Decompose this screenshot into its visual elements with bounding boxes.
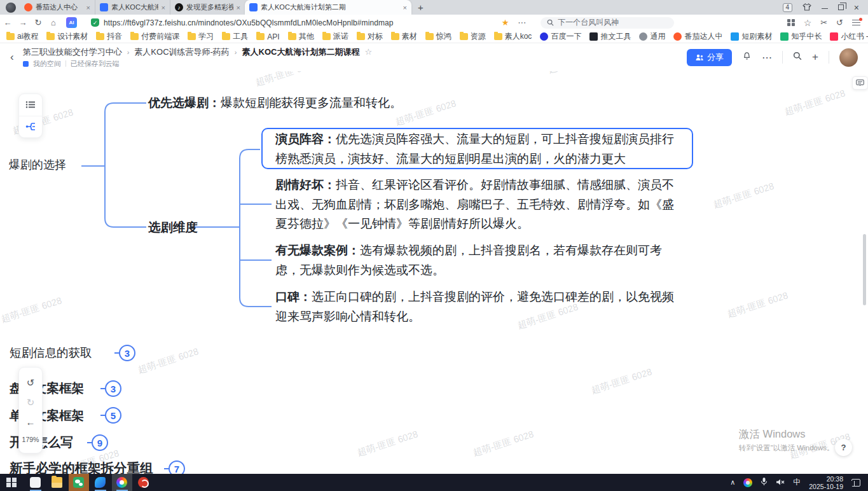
- bookmark-star-icon[interactable]: ★: [502, 18, 509, 27]
- history-undo-icon[interactable]: ↺: [836, 18, 843, 27]
- tray-expand-icon[interactable]: ∧: [730, 478, 735, 487]
- bookmark-item[interactable]: 工具: [222, 31, 248, 42]
- mindmap-child-node[interactable]: 有无爆款案例：选有爆款视频的剧，上抖音搜剧名，若有爆款存在则可考虑，无爆款则作为…: [275, 241, 684, 280]
- tab-count-badge[interactable]: 4: [783, 3, 792, 12]
- doc-search-icon[interactable]: [793, 52, 802, 63]
- bookmark-item[interactable]: 抖音: [96, 31, 122, 42]
- help-button[interactable]: ?: [835, 439, 852, 456]
- create-new-icon[interactable]: +: [812, 51, 818, 64]
- user-avatar[interactable]: [839, 48, 858, 67]
- child-count-badge[interactable]: 5: [105, 407, 121, 424]
- bookmark-item[interactable]: ai教程: [6, 31, 38, 42]
- bookmark-item[interactable]: 对标: [357, 31, 383, 42]
- screenshot-scissors-icon[interactable]: ✂: [820, 18, 827, 27]
- bookmark-item[interactable]: 资源: [460, 31, 486, 42]
- more-options-icon[interactable]: ⋯: [762, 52, 772, 64]
- undo-icon[interactable]: ↺: [27, 377, 35, 389]
- comment-button[interactable]: [852, 76, 868, 90]
- breadcrumb-item[interactable]: 第三职业技能交付学习中心: [23, 46, 122, 58]
- bookmark-item[interactable]: API: [256, 32, 279, 41]
- bookmark-item[interactable]: 惊鸿: [425, 31, 451, 42]
- bookmark-item[interactable]: 小红书 - 你: [830, 31, 868, 42]
- redo-icon[interactable]: ↻: [27, 397, 35, 408]
- browser-profile-avatar[interactable]: [6, 3, 16, 13]
- child-count-badge[interactable]: 3: [119, 345, 135, 361]
- browser-tab[interactable]: 番茄达人中心 ×: [20, 0, 95, 15]
- mindmap-node-dimensions[interactable]: 选剧维度: [148, 219, 198, 236]
- bookmark-item[interactable]: 素材: [391, 31, 417, 42]
- child-count-badge[interactable]: 7: [169, 460, 185, 474]
- favorites-icon[interactable]: ☆: [804, 18, 812, 28]
- home-icon[interactable]: ⌂: [46, 18, 61, 27]
- taskbar-file-explorer[interactable]: [47, 474, 67, 491]
- space-label[interactable]: 我的空间: [33, 59, 61, 69]
- tab-close-icon[interactable]: ×: [162, 4, 165, 11]
- start-button[interactable]: [6, 478, 17, 488]
- apps-grid-icon[interactable]: [787, 19, 795, 27]
- action-center-icon[interactable]: [851, 479, 860, 487]
- back-icon[interactable]: ←: [0, 18, 15, 27]
- bookmark-item[interactable]: 知乎中长: [780, 31, 822, 42]
- locate-back-icon[interactable]: ←: [26, 417, 36, 427]
- bookmark-item[interactable]: 百度一下: [540, 31, 581, 42]
- mindmap-child-node[interactable]: 口碑：选正向口碑的剧，上抖音搜剧的评价，避免选口碑差的剧，以免视频迎来骂声影响心…: [275, 287, 684, 326]
- bookmark-item[interactable]: 通用: [639, 31, 665, 42]
- tab-close-icon[interactable]: ×: [237, 4, 240, 11]
- taskbar-clock[interactable]: 20:38 2025-10-19: [809, 475, 843, 490]
- browser-search-box[interactable]: 下一个台风叫风神: [541, 17, 674, 29]
- bookmark-item[interactable]: 派诺: [322, 31, 348, 42]
- doc-back-icon[interactable]: ‹: [10, 51, 14, 64]
- bookmark-item[interactable]: 短剧素材: [731, 31, 772, 42]
- ime-indicator[interactable]: 中: [793, 477, 801, 488]
- close-button[interactable]: ×: [854, 4, 859, 11]
- child-count-badge[interactable]: 9: [92, 434, 108, 451]
- new-tab-button[interactable]: +: [418, 2, 424, 13]
- mindmap-collapsed-node[interactable]: 新手必学的框架拆分重组: [10, 459, 153, 474]
- theme-skin-icon[interactable]: [803, 2, 811, 13]
- taskbar-pinned-app[interactable]: [25, 474, 46, 491]
- mindmap-root-node[interactable]: 爆剧的选择: [9, 157, 66, 172]
- bookmark-item[interactable]: 素人koc: [494, 31, 532, 42]
- tab-close-icon[interactable]: ×: [403, 4, 407, 11]
- mindmap-collapsed-node[interactable]: 短剧信息的获取: [10, 345, 92, 361]
- bookmark-item[interactable]: 学习: [188, 31, 214, 42]
- mindmap-canvas[interactable]: 超萌-匪匪 6028超萌-匪匪 6028超萌-匪匪 6028超萌-匪匪 6028…: [0, 71, 868, 474]
- share-button[interactable]: 分享: [687, 49, 732, 66]
- child-count-badge[interactable]: 3: [105, 380, 121, 397]
- security-shield-icon[interactable]: ✓: [91, 18, 99, 27]
- microphone-icon[interactable]: [761, 477, 768, 488]
- breadcrumb-item[interactable]: 素人KOC大航海计划第二期课程: [242, 46, 360, 58]
- favorite-star-icon[interactable]: ☆: [364, 47, 372, 57]
- bookmark-item[interactable]: 番茄达人中: [673, 31, 722, 42]
- outline-view-button[interactable]: [19, 94, 42, 116]
- minimize-button[interactable]: [822, 8, 828, 9]
- bookmark-item[interactable]: 推文工具: [589, 31, 631, 42]
- reload-icon[interactable]: ↻: [31, 18, 46, 27]
- menu-icon[interactable]: [852, 20, 860, 25]
- mindmap-view-button[interactable]: [19, 116, 42, 138]
- bookmark-item[interactable]: 其他: [288, 31, 314, 42]
- tab-close-icon[interactable]: ×: [86, 4, 90, 11]
- browser-tab[interactable]: 素人KOC大航海计划第二期 ×: [245, 0, 411, 15]
- browser-tab[interactable]: ♪ 发现更多精彩视频 - 抖音搜索 ×: [170, 0, 245, 15]
- taskbar-feishu[interactable]: [90, 474, 111, 491]
- taskbar-red-app[interactable]: [134, 474, 154, 491]
- mindmap-node-priority[interactable]: 优先选爆剧：爆款短剧能获得更多流量和转化。: [148, 95, 402, 111]
- taskbar-browser[interactable]: [112, 474, 132, 491]
- browser-tab[interactable]: 素人KOC大航海计划第二期 ×: [95, 0, 170, 15]
- taskbar-wechat[interactable]: [69, 474, 89, 491]
- forward-icon[interactable]: →: [15, 18, 31, 27]
- breadcrumb-item[interactable]: 素人KOC训练营导师-药药: [134, 46, 230, 58]
- tray-browser-icon[interactable]: [743, 478, 752, 487]
- url-text[interactable]: https://ft6vgl737z.feishu.cn/mindnotes/O…: [104, 18, 394, 27]
- speaker-muted-icon[interactable]: [776, 477, 785, 488]
- mindmap-child-node[interactable]: 演员阵容：优先选演员阵容强大、流量大的短剧，可上抖音搜短剧演员排行榜熟悉演员，演…: [275, 130, 684, 169]
- zoom-level[interactable]: 179%: [22, 436, 39, 443]
- ai-assistant-icon[interactable]: AI: [66, 17, 77, 28]
- vertical-scrollbar[interactable]: [863, 234, 866, 305]
- restore-button[interactable]: [838, 4, 844, 10]
- notifications-bell-icon[interactable]: [742, 52, 752, 64]
- bookmark-item[interactable]: 设计素材: [46, 31, 88, 42]
- mindmap-child-node[interactable]: 剧情好坏：抖音、红果评论区看评价。好剧情故事细腻、情感细腻、演员不出戏、无狗血剧…: [275, 176, 684, 234]
- url-more-icon[interactable]: ⋯: [518, 18, 527, 27]
